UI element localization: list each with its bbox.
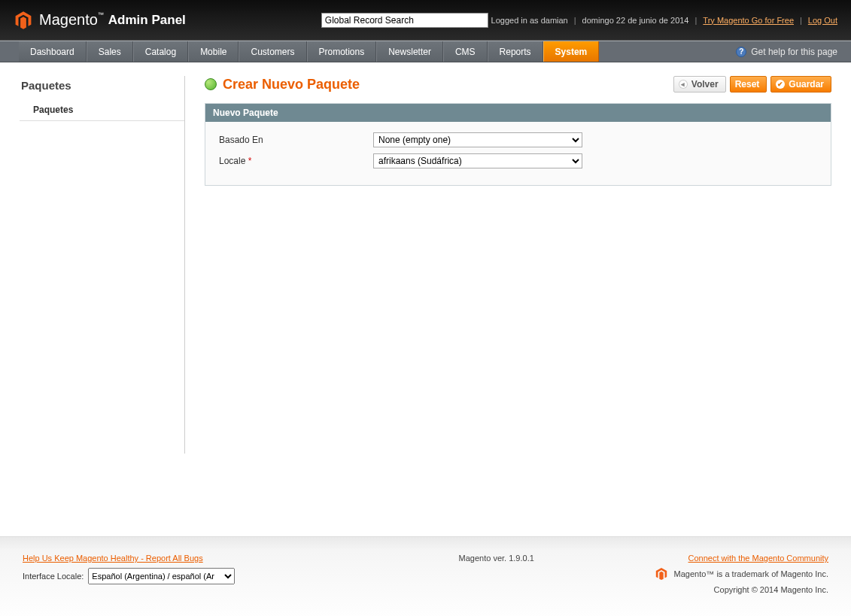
- form-fieldset: Nuevo Paquete Basado En None (empty one)…: [205, 103, 831, 186]
- help-link-text: Get help for this page: [751, 47, 837, 57]
- main-nav: Dashboard Sales Catalog Mobile Customers…: [0, 41, 851, 62]
- back-button-label: Volver: [691, 79, 719, 90]
- save-button-label: Guardar: [789, 79, 824, 90]
- separator: |: [800, 16, 802, 25]
- row-basado-en: Basado En None (empty one): [219, 132, 817, 147]
- footer-locale-label: Interface Locale:: [23, 572, 84, 581]
- logged-in-text: Logged in as damian: [491, 16, 568, 25]
- separator: |: [574, 16, 576, 25]
- footer-right: Connect with the Magento Community Magen…: [655, 554, 828, 594]
- global-search-wrap: [321, 13, 488, 28]
- footer-locale-row: Interface Locale: Español (Argentina) / …: [23, 568, 339, 584]
- top-links: Logged in as damian | domingo 22 de juni…: [491, 16, 837, 25]
- fieldset-legend: Nuevo Paquete: [205, 104, 831, 122]
- select-locale[interactable]: afrikaans (Sudáfrica): [373, 153, 582, 168]
- sidebar-item-paquetes[interactable]: Paquetes: [20, 99, 184, 121]
- nav-customers[interactable]: Customers: [239, 41, 306, 62]
- sidebar: Paquetes Paquetes: [20, 76, 185, 454]
- nav-dashboard[interactable]: Dashboard: [19, 41, 87, 62]
- logo-text-main: Magento™: [39, 11, 104, 29]
- check-icon: ✔: [776, 80, 785, 89]
- footer-center: Magento ver. 1.9.0.1: [339, 554, 655, 594]
- help-link[interactable]: ? Get help for this page: [722, 41, 851, 62]
- footer-left: Help Us Keep Magento Healthy - Report Al…: [23, 554, 339, 594]
- nav-reports[interactable]: Reports: [488, 41, 543, 62]
- logout-link[interactable]: Log Out: [808, 16, 837, 25]
- trademark-text: Magento™ is a trademark of Magento Inc.: [674, 569, 828, 578]
- select-basado-en[interactable]: None (empty one): [373, 132, 582, 147]
- label-locale: Locale *: [219, 156, 373, 166]
- footer: Help Us Keep Magento Healthy - Report Al…: [0, 536, 851, 616]
- report-bugs-link[interactable]: Help Us Keep Magento Healthy - Report Al…: [23, 554, 203, 563]
- header-date: domingo 22 de junio de 2014: [582, 16, 689, 25]
- community-link[interactable]: Connect with the Magento Community: [688, 554, 828, 563]
- content-area: Paquetes Paquetes Crear Nuevo Paquete ◂ …: [0, 62, 851, 454]
- save-button[interactable]: ✔ Guardar: [770, 76, 831, 93]
- try-magento-link[interactable]: Try Magento Go for Free: [703, 16, 794, 25]
- page-actions: ◂ Volver Reset ✔ Guardar: [673, 76, 831, 93]
- top-header: Magento™ Admin Panel Logged in as damian…: [0, 0, 851, 41]
- arrow-left-icon: ◂: [679, 80, 688, 89]
- sidebar-title: Paquetes: [20, 76, 184, 99]
- footer-version: Magento ver. 1.9.0.1: [459, 554, 534, 563]
- help-icon: ?: [736, 47, 746, 57]
- separator: |: [695, 16, 698, 25]
- magento-logo-icon: [14, 11, 33, 30]
- back-button[interactable]: ◂ Volver: [673, 76, 726, 93]
- label-basado-en: Basado En: [219, 135, 373, 145]
- required-marker: *: [248, 156, 252, 166]
- nav-promotions[interactable]: Promotions: [307, 41, 377, 62]
- nav-sales[interactable]: Sales: [87, 41, 133, 62]
- main-panel: Crear Nuevo Paquete ◂ Volver Reset ✔ Gua…: [185, 76, 831, 454]
- nav-mobile[interactable]: Mobile: [188, 41, 239, 62]
- nav-newsletter[interactable]: Newsletter: [376, 41, 443, 62]
- globe-icon: [205, 78, 217, 90]
- nav-system[interactable]: System: [543, 41, 600, 62]
- page-header: Crear Nuevo Paquete ◂ Volver Reset ✔ Gua…: [205, 76, 831, 93]
- magento-small-icon: [655, 567, 668, 581]
- fieldset-body: Basado En None (empty one) Locale * afri…: [205, 122, 831, 185]
- global-search-input[interactable]: [321, 13, 488, 28]
- logo-text-sub: Admin Panel: [108, 13, 186, 28]
- nav-catalog[interactable]: Catalog: [133, 41, 188, 62]
- trademark-row: Magento™ is a trademark of Magento Inc.: [655, 567, 828, 581]
- row-locale: Locale * afrikaans (Sudáfrica): [219, 153, 817, 168]
- magento-logo: Magento™ Admin Panel: [14, 11, 186, 30]
- svg-marker-1: [20, 17, 26, 29]
- reset-button-label: Reset: [735, 79, 760, 90]
- copyright-text: Copyright © 2014 Magento Inc.: [655, 585, 828, 594]
- reset-button[interactable]: Reset: [730, 76, 767, 93]
- nav-cms[interactable]: CMS: [443, 41, 488, 62]
- svg-marker-3: [659, 572, 663, 580]
- page-title: Crear Nuevo Paquete: [223, 77, 360, 93]
- footer-locale-select[interactable]: Español (Argentina) / español (Ar: [88, 568, 235, 584]
